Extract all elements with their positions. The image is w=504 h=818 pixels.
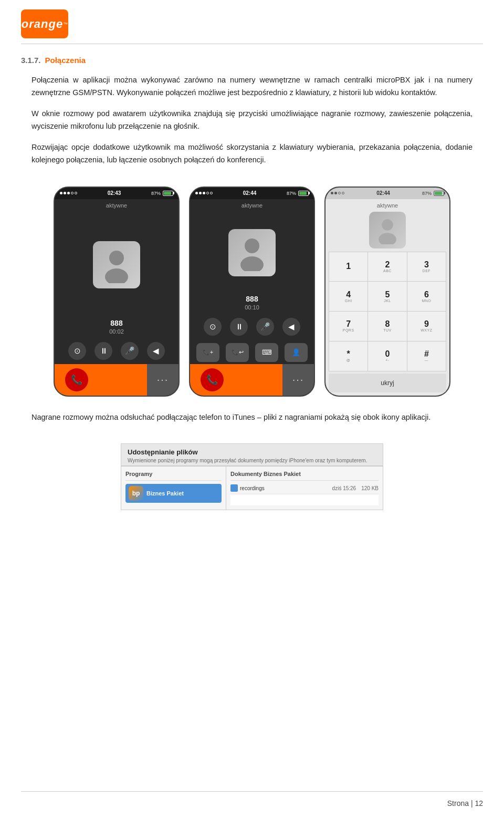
signal-dot-2-2 bbox=[199, 192, 202, 194]
add-call-btn[interactable]: 👤 bbox=[285, 343, 308, 362]
phone-screen-body-2: aktywne 888 00:10 ⊙ ⏸ 🎤 ◀ 📞 bbox=[190, 199, 314, 396]
hold-btn-2[interactable]: ⏸ bbox=[230, 318, 248, 336]
key-4[interactable]: 4 GHI bbox=[329, 282, 368, 311]
status-right-1: 87% bbox=[151, 191, 173, 196]
bp-icon-box: bp bbox=[129, 486, 143, 501]
battery-icon-2 bbox=[298, 191, 309, 196]
keypad-status-label: aktywne bbox=[326, 199, 449, 210]
logo-tm: ™ bbox=[63, 22, 68, 27]
logo-text: orange bbox=[22, 17, 63, 31]
battery-icon-3 bbox=[434, 191, 444, 196]
itunes-right-panel: Dokumenty Biznes Pakiet recordings dziś … bbox=[226, 467, 383, 510]
call-info-2: 888 00:10 bbox=[190, 293, 314, 313]
keypad-screen: aktywne 1 2 ABC 3 bbox=[326, 199, 449, 396]
header: orange™ bbox=[0, 0, 504, 44]
svg-point-0 bbox=[109, 251, 124, 265]
battery-percent-1: 87% bbox=[151, 191, 161, 196]
speaker-btn-1[interactable]: ◀ bbox=[147, 342, 165, 360]
key-8[interactable]: 8 TUV bbox=[368, 312, 406, 341]
keypad-hide-btn[interactable]: ukryj bbox=[329, 374, 446, 392]
record-btn-2[interactable]: ⊙ bbox=[204, 318, 222, 336]
svg-point-3 bbox=[240, 256, 264, 271]
itunes-right-header: Dokumenty Biznes Pakiet bbox=[230, 471, 379, 481]
mute-btn-1[interactable]: 🎤 bbox=[121, 342, 139, 360]
itunes-body: Programy bp Biznes Pakiet Dokumenty Bizn… bbox=[121, 466, 383, 510]
logo: orange™ bbox=[21, 9, 68, 38]
battery-icon-1 bbox=[163, 191, 173, 196]
paragraph-4: Nagrane rozmowy można odsłuchać podłącza… bbox=[0, 407, 504, 428]
keypad-grid: 1 2 ABC 3 DEF 4 GHI 5 JKL bbox=[329, 252, 446, 371]
itunes-left-panel: Programy bp Biznes Pakiet bbox=[121, 467, 226, 510]
footer-divider bbox=[21, 791, 483, 792]
svg-point-5 bbox=[379, 233, 396, 244]
end-call-bar-2: 📞 bbox=[190, 364, 282, 396]
status-time-2: 02:44 bbox=[243, 190, 257, 196]
section-heading: 3.1.7. Połączenia bbox=[0, 44, 504, 70]
avatar-bg-2 bbox=[228, 229, 276, 276]
key-9[interactable]: 9 WXYZ bbox=[407, 312, 446, 341]
dots-btn-1[interactable]: ··· bbox=[147, 364, 178, 396]
key-hash[interactable]: # — bbox=[407, 341, 446, 371]
paragraph-3: Rozwijając opcje dodatkowe użytkownik ma… bbox=[0, 137, 504, 171]
speaker-btn-2[interactable]: ◀ bbox=[282, 318, 300, 336]
svg-point-4 bbox=[382, 219, 393, 230]
call-number-2: 888 bbox=[190, 295, 314, 303]
key-2[interactable]: 2 ABC bbox=[368, 252, 406, 282]
end-call-btn-2[interactable]: 📞 bbox=[201, 368, 224, 391]
swap-btn[interactable]: 📞↩ bbox=[226, 343, 249, 362]
phone-screen-3: 02:44 87% aktywne bbox=[324, 187, 450, 397]
call-controls-1: ⊙ ⏸ 🎤 ◀ bbox=[55, 337, 178, 364]
phone-screen-body-1: aktywne 888 00:02 ⊙ ⏸ 🎤 ◀ bbox=[55, 199, 178, 396]
battery-percent-2: 87% bbox=[287, 191, 296, 196]
signal-dot-3-1 bbox=[331, 192, 333, 194]
itunes-header: Udostępnianie plików Wymienione poniżej … bbox=[121, 444, 383, 466]
status-bar-1: 02:43 87% bbox=[55, 188, 178, 199]
key-5[interactable]: 5 JKL bbox=[368, 282, 406, 311]
paragraph-1: Połączenia w aplikacji można wykonywać z… bbox=[0, 70, 504, 103]
svg-point-1 bbox=[105, 268, 128, 283]
key-3[interactable]: 3 DEF bbox=[407, 252, 446, 282]
signal-dot-2-4 bbox=[206, 192, 209, 194]
bp-icon-inner: bp bbox=[129, 486, 143, 501]
key-star[interactable]: * @ bbox=[329, 341, 368, 371]
key-1[interactable]: 1 bbox=[329, 252, 368, 282]
avatar-area-1 bbox=[55, 211, 178, 317]
dots-btn-2[interactable]: ··· bbox=[282, 364, 314, 396]
call-controls-2: ⊙ ⏸ 🎤 ◀ bbox=[190, 313, 314, 340]
end-call-btn-1[interactable]: 📞 bbox=[65, 368, 88, 391]
footer: Strona | 12 bbox=[447, 799, 483, 807]
avatar-svg-2 bbox=[236, 234, 268, 271]
recordings-row: recordings dziś 15:26 120 KB bbox=[230, 483, 379, 494]
keypad-btn[interactable]: ⌨ bbox=[255, 343, 278, 362]
avatar-area-2 bbox=[190, 211, 314, 293]
status-right-2: 87% bbox=[287, 191, 309, 196]
section-title: Połączenia bbox=[45, 56, 86, 65]
signal-dot-4 bbox=[71, 192, 74, 194]
key-0[interactable]: 0 +- bbox=[368, 341, 406, 371]
phone-bottom-1: 📞 ··· bbox=[55, 364, 178, 396]
hold-btn-1[interactable]: ⏸ bbox=[94, 342, 112, 360]
signal-dot-2-5 bbox=[210, 192, 213, 194]
mute-btn-2[interactable]: 🎤 bbox=[256, 318, 274, 336]
keypad-avatar-bg bbox=[369, 212, 406, 248]
itunes-subtitle: Wymienione poniżej programy mogą przesył… bbox=[128, 458, 376, 463]
section-number: 3.1.7. bbox=[21, 56, 41, 65]
signal-dot-2-1 bbox=[195, 192, 198, 194]
record-btn-1[interactable]: ⊙ bbox=[68, 342, 86, 360]
signal-dot-3 bbox=[67, 192, 70, 194]
key-6[interactable]: 6 MNO bbox=[407, 282, 446, 311]
status-time-3: 02:44 bbox=[376, 190, 390, 196]
recordings-empty-row bbox=[230, 495, 379, 505]
status-right-3: 87% bbox=[422, 191, 444, 196]
keypad-avatar-svg bbox=[375, 216, 400, 244]
avatar-bg-1 bbox=[93, 241, 140, 288]
signal-dot-2-3 bbox=[203, 192, 205, 194]
extra-controls-2: 📞+ 📞↩ ⌨ 👤 bbox=[190, 340, 314, 364]
bp-app-item[interactable]: bp Biznes Pakiet bbox=[125, 484, 222, 503]
end-call-bar-1: 📞 bbox=[55, 364, 147, 396]
itunes-screenshot: Udostępnianie plików Wymienione poniżej … bbox=[121, 443, 383, 510]
call-status-2: aktywne bbox=[190, 199, 314, 211]
itunes-title: Udostępnianie plików bbox=[128, 448, 376, 456]
key-7[interactable]: 7 PQRS bbox=[329, 312, 368, 341]
transfer-btn[interactable]: 📞+ bbox=[196, 343, 219, 362]
